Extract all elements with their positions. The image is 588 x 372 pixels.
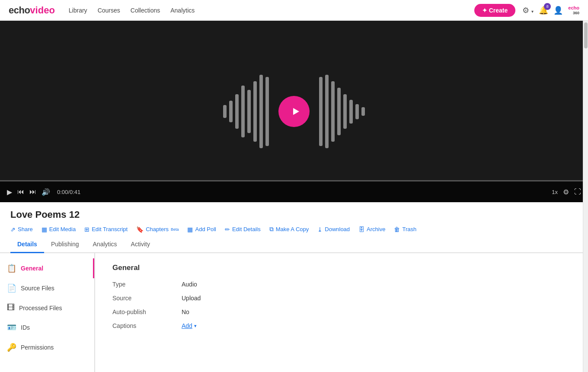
waveform-visualization — [223, 68, 365, 155]
edit-details-button[interactable]: ✏ Edit Details — [225, 226, 261, 233]
add-poll-button[interactable]: ▦ Add Poll — [187, 226, 216, 233]
details-layout: 📋 General 📄 Source Files 🎞 Processed Fil… — [0, 253, 588, 372]
video-player: ▶ ⏮ ⏭ 🔊 0:00/0:41 1x ⚙ ⛶ — [0, 21, 588, 202]
sidebar-item-processed-files[interactable]: 🎞 Processed Files — [0, 298, 94, 318]
edit-transcript-button[interactable]: ⊞ Edit Transcript — [84, 226, 128, 233]
top-navigation: echovideo Library Courses Collections An… — [0, 0, 588, 21]
tab-publishing[interactable]: Publishing — [44, 236, 86, 253]
play-pause-ctrl[interactable]: ▶ — [7, 188, 12, 196]
title-section: Love Poems 12 ⇗ Share ▦ Edit Media ⊞ Edi… — [0, 202, 588, 233]
user-icon[interactable]: 👤 — [553, 6, 563, 15]
captions-label: Captions — [112, 322, 182, 329]
sidebar-item-source-files[interactable]: 📄 Source Files — [0, 278, 94, 298]
play-button[interactable] — [278, 96, 310, 127]
settings-icon[interactable]: ⚙ ▾ — [522, 6, 534, 15]
sidebar-item-general[interactable]: 📋 General — [0, 258, 94, 278]
source-row: Source Upload — [112, 295, 571, 302]
general-section-title: General — [112, 264, 571, 272]
sidebar-item-ids[interactable]: 🪪 IDs — [0, 318, 94, 337]
chapters-icon: 🔖 — [136, 226, 144, 233]
type-row: Type Audio — [112, 281, 571, 288]
details-main: General Type Audio Source Upload Auto-pu… — [95, 253, 588, 372]
tab-activity[interactable]: Activity — [124, 236, 157, 253]
add-captions-link[interactable]: Add — [182, 322, 192, 329]
tab-analytics[interactable]: Analytics — [86, 236, 124, 253]
speed-label[interactable]: 1x — [552, 189, 558, 195]
transcript-icon: ⊞ — [84, 226, 89, 233]
logo-echo-text: echo — [9, 5, 30, 16]
scrollbar-thumb — [584, 22, 588, 48]
trash-button[interactable]: 🗑 Trash — [394, 226, 416, 233]
controls-right: 1x ⚙ ⛶ — [552, 188, 581, 196]
time-display: 0:00/0:41 — [57, 189, 80, 195]
nav-courses[interactable]: Courses — [98, 7, 120, 14]
auto-publish-row: Auto-publish No — [112, 308, 571, 315]
share-button[interactable]: ⇗ Share — [10, 226, 33, 233]
source-label: Source — [112, 295, 182, 302]
processed-files-icon: 🎞 — [7, 303, 15, 312]
trash-icon: 🗑 — [394, 226, 400, 233]
poll-icon: ▦ — [187, 226, 193, 233]
type-value: Audio — [182, 281, 197, 288]
media-title: Love Poems 12 — [10, 209, 578, 220]
content-area: Love Poems 12 ⇗ Share ▦ Edit Media ⊞ Edi… — [0, 202, 588, 372]
beta-badge: Beta — [171, 227, 179, 232]
details-tabs: Details Publishing Analytics Activity — [0, 236, 588, 253]
edit-media-icon: ▦ — [42, 226, 47, 233]
fullscreen-ctrl[interactable]: ⛶ — [574, 188, 581, 196]
ids-icon: 🪪 — [7, 323, 16, 332]
scrollbar[interactable] — [583, 21, 588, 372]
settings-ctrl[interactable]: ⚙ — [563, 188, 569, 196]
video-controls: ▶ ⏮ ⏭ 🔊 0:00/0:41 1x ⚙ ⛶ — [0, 181, 588, 202]
volume-ctrl[interactable]: 🔊 — [42, 188, 50, 196]
chapters-button[interactable]: 🔖 ChaptersBeta — [136, 226, 179, 233]
archive-icon: 🗄 — [358, 226, 364, 233]
echo360-brand: echo 360 — [568, 6, 579, 15]
rewind-ctrl[interactable]: ⏮ — [17, 188, 24, 196]
nav-links: Library Courses Collections Analytics — [69, 7, 474, 14]
archive-button[interactable]: 🗄 Archive — [358, 226, 385, 233]
svg-marker-0 — [293, 108, 299, 115]
logo[interactable]: echovideo — [9, 5, 55, 16]
sidebar-item-permissions[interactable]: 🔑 Permissions — [0, 337, 94, 357]
notification-badge: 8 — [544, 3, 551, 10]
edit-details-icon: ✏ — [225, 226, 230, 233]
edit-media-button[interactable]: ▦ Edit Media — [42, 226, 76, 233]
source-files-icon: 📄 — [7, 283, 16, 293]
download-icon: ⤓ — [317, 226, 323, 233]
tab-details[interactable]: Details — [10, 236, 44, 253]
nav-library[interactable]: Library — [69, 7, 87, 14]
create-button[interactable]: ✦ Create — [474, 4, 515, 17]
add-captions-dropdown[interactable]: Add ▾ — [182, 322, 197, 329]
nav-right-icons: ⚙ ▾ 🔔 8 👤 echo 360 — [522, 6, 579, 15]
forward-ctrl[interactable]: ⏭ — [29, 188, 36, 196]
auto-publish-label: Auto-publish — [112, 308, 182, 315]
general-icon: 📋 — [7, 264, 16, 273]
nav-collections[interactable]: Collections — [131, 7, 160, 14]
type-label: Type — [112, 281, 182, 288]
share-icon: ⇗ — [10, 226, 16, 233]
toolbar: ⇗ Share ▦ Edit Media ⊞ Edit Transcript 🔖… — [10, 226, 578, 233]
captions-value: Add ▾ — [182, 322, 197, 329]
captions-chevron-icon: ▾ — [194, 323, 197, 329]
details-sidebar: 📋 General 📄 Source Files 🎞 Processed Fil… — [0, 253, 95, 372]
notifications-icon[interactable]: 🔔 8 — [539, 6, 548, 15]
copy-icon: ⧉ — [269, 226, 274, 233]
nav-analytics[interactable]: Analytics — [170, 7, 195, 14]
logo-video-text: video — [30, 5, 54, 16]
auto-publish-value: No — [182, 308, 189, 315]
source-value: Upload — [182, 295, 201, 302]
download-button[interactable]: ⤓ Download — [317, 226, 350, 233]
captions-row: Captions Add ▾ — [112, 322, 571, 329]
permissions-icon: 🔑 — [7, 343, 16, 352]
make-copy-button[interactable]: ⧉ Make A Copy — [269, 226, 309, 233]
